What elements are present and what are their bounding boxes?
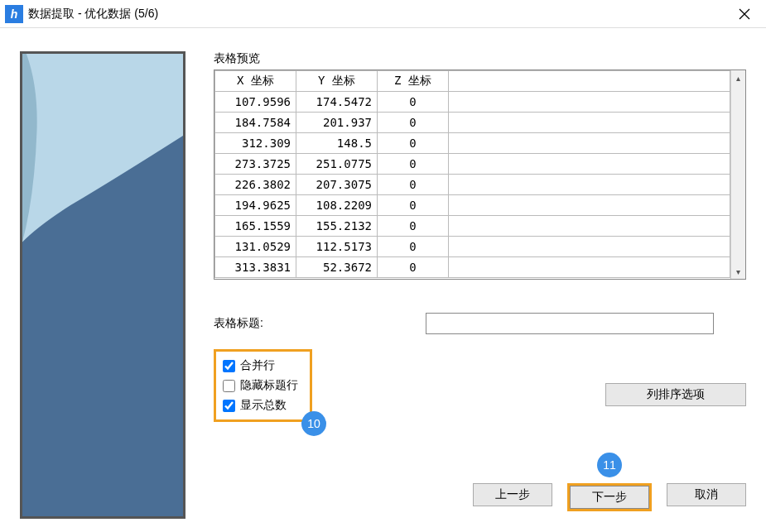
hide-header-label: 隐藏标题行 [240, 378, 298, 393]
table-row: 313.383152.36720 [215, 257, 730, 278]
table-cell: 313.3831 [215, 257, 296, 278]
merge-rows-checkbox[interactable] [223, 360, 235, 372]
table-cell: 107.9596 [215, 92, 296, 113]
table-cell: 0 [378, 113, 449, 133]
table-title-input[interactable] [426, 313, 714, 334]
hide-header-checkbox[interactable] [223, 380, 235, 392]
table-cell: 155.2132 [296, 216, 378, 237]
table-cell: 0 [378, 237, 449, 257]
table-cell: 108.2209 [296, 195, 378, 216]
table-cell: 0 [378, 216, 449, 237]
table-cell-empty [449, 216, 730, 237]
table-cell: 0 [378, 92, 449, 113]
col-header-z: Z 坐标 [378, 71, 449, 92]
table-cell: 148.5 [296, 133, 378, 154]
table-row: 184.7584201.9370 [215, 113, 730, 133]
table-cell: 0 [378, 195, 449, 216]
table-cell-empty [449, 113, 730, 133]
table-cell: 207.3075 [296, 175, 378, 195]
table-cell: 0 [378, 175, 449, 195]
next-button[interactable]: 下一步 [570, 486, 649, 509]
table-row: 273.3725251.07750 [215, 154, 730, 175]
table-cell-empty [449, 237, 730, 257]
table-row: 194.9625108.22090 [215, 195, 730, 216]
table-cell-empty [449, 257, 730, 278]
table-cell: 52.3672 [296, 257, 378, 278]
table-header-row: X 坐标 Y 坐标 Z 坐标 [215, 71, 730, 92]
table-title-label: 表格标题: [214, 316, 421, 331]
scroll-up-icon[interactable]: ▴ [731, 70, 745, 85]
table-cell: 273.3725 [215, 154, 296, 175]
options-highlight-box: 合并行 隐藏标题行 显示总数 10 [214, 349, 312, 422]
table-cell: 226.3802 [215, 175, 296, 195]
table-preview: X 坐标 Y 坐标 Z 坐标 107.9596174.54720184.7584… [214, 69, 746, 280]
prev-button[interactable]: 上一步 [473, 483, 552, 506]
table-cell: 0 [378, 133, 449, 154]
table-row: 312.309148.50 [215, 133, 730, 154]
scroll-down-icon[interactable]: ▾ [731, 264, 745, 279]
table-cell: 184.7584 [215, 113, 296, 133]
table-cell-empty [449, 195, 730, 216]
table-row: 226.3802207.30750 [215, 175, 730, 195]
table-cell-empty [449, 175, 730, 195]
table-cell: 201.937 [296, 113, 378, 133]
column-sort-button[interactable]: 列排序选项 [605, 383, 746, 406]
page-preview [20, 51, 185, 519]
col-header-x: X 坐标 [215, 71, 296, 92]
annotation-badge-11: 11 [597, 453, 622, 477]
table-preview-label: 表格预览 [214, 51, 746, 66]
table-scrollbar[interactable]: ▴ ▾ [730, 70, 745, 279]
titlebar: h 数据提取 - 优化数据 (5/6) [0, 0, 766, 28]
show-total-label: 显示总数 [240, 398, 287, 413]
table-cell-empty [449, 154, 730, 175]
window-title: 数据提取 - 优化数据 (5/6) [28, 7, 158, 22]
show-total-checkbox[interactable] [223, 400, 235, 412]
table-cell: 312.309 [215, 133, 296, 154]
merge-rows-option[interactable]: 合并行 [223, 358, 298, 373]
merge-rows-label: 合并行 [240, 358, 275, 373]
table-cell: 165.1559 [215, 216, 296, 237]
table-cell-empty [449, 92, 730, 113]
annotation-badge-10: 10 [301, 411, 326, 436]
table-row: 131.0529112.51730 [215, 237, 730, 257]
hide-header-option[interactable]: 隐藏标题行 [223, 378, 298, 393]
table-cell: 0 [378, 257, 449, 278]
next-highlight-box: 11 下一步 [567, 483, 652, 511]
table-cell: 131.0529 [215, 237, 296, 257]
table-cell: 0 [378, 154, 449, 175]
table-cell: 112.5173 [296, 237, 378, 257]
close-icon[interactable] [728, 2, 761, 26]
table-cell: 251.0775 [296, 154, 378, 175]
table-cell-empty [449, 133, 730, 154]
table-cell: 194.9625 [215, 195, 296, 216]
cancel-button[interactable]: 取消 [667, 483, 746, 506]
table-cell: 174.5472 [296, 92, 378, 113]
col-header-y: Y 坐标 [296, 71, 378, 92]
col-header-empty [449, 71, 730, 92]
table-row: 165.1559155.21320 [215, 216, 730, 237]
table-row: 107.9596174.54720 [215, 92, 730, 113]
show-total-option[interactable]: 显示总数 [223, 398, 298, 413]
app-icon: h [5, 5, 23, 23]
